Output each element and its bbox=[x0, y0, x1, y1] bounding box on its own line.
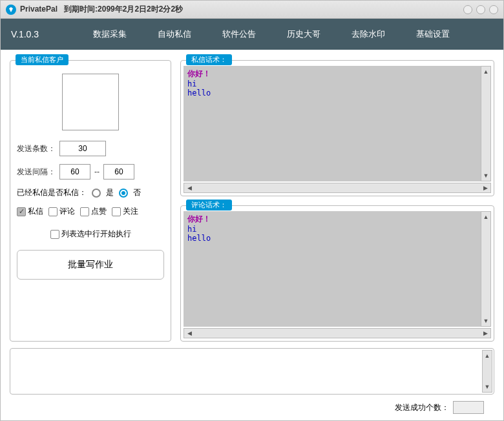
titlebar: PrivatePal 到期时间:2099年2月2日2时2分2秒 bbox=[1, 1, 503, 19]
menu-history[interactable]: 历史大哥 bbox=[287, 28, 320, 40]
app-window: PrivatePal 到期时间:2099年2月2日2时2分2秒 V.1.0.3 … bbox=[0, 0, 504, 421]
interval-max-input[interactable] bbox=[103, 164, 134, 180]
dm-vertical-scrollbar[interactable]: ▲ ▼ bbox=[481, 66, 491, 181]
interval-min-input[interactable] bbox=[59, 164, 90, 180]
footer: 发送成功个数： bbox=[10, 401, 494, 414]
selected-row-label: 列表选中行开始执行 bbox=[61, 229, 131, 240]
menubar: V.1.0.3 数据采集 自动私信 软件公告 历史大哥 去除水印 基础设置 bbox=[1, 19, 503, 50]
follow-checkbox-label: 关注 bbox=[123, 206, 138, 217]
scroll-right-icon[interactable]: ▶ bbox=[480, 183, 490, 192]
comment-script-label: 评论话术： bbox=[186, 200, 232, 211]
avatar-box bbox=[62, 74, 119, 130]
send-count-label: 发送条数： bbox=[17, 143, 56, 154]
dm-horizontal-scrollbar[interactable]: ◀ ▶ bbox=[184, 183, 491, 193]
already-no-text: 否 bbox=[133, 187, 141, 198]
already-dm-label: 已经私信是否私信： bbox=[17, 187, 87, 198]
scroll-down-icon[interactable]: ▼ bbox=[483, 382, 492, 392]
log-box[interactable]: ▲ ▼ bbox=[10, 348, 494, 395]
dm-script-label: 私信话术： bbox=[186, 54, 232, 65]
interval-sep: -- bbox=[94, 167, 100, 176]
app-title: PrivatePal 到期时间:2099年2月2日2时2分2秒 bbox=[20, 4, 183, 15]
comment-vertical-scrollbar[interactable]: ▲ ▼ bbox=[481, 211, 491, 327]
scroll-right-icon[interactable]: ▶ bbox=[480, 329, 490, 338]
content-area: 当前私信客户 发送条数： 发送间隔： -- 已经私信是否私信： 是 bbox=[1, 50, 503, 420]
dm-checkbox-label: 私信 bbox=[28, 206, 43, 217]
send-interval-label: 发送间隔： bbox=[17, 167, 56, 178]
close-button[interactable] bbox=[489, 5, 498, 14]
scroll-down-icon[interactable]: ▼ bbox=[481, 316, 490, 326]
comment-script-textarea[interactable]: 你好！ hi hello bbox=[184, 211, 491, 327]
already-yes-radio[interactable] bbox=[92, 189, 101, 198]
log-vertical-scrollbar[interactable]: ▲ ▼ bbox=[482, 350, 492, 393]
right-panel: 私信话术： 你好！ hi hello ▲ ▼ ◀ ▶ bbox=[180, 60, 494, 342]
already-no-radio[interactable] bbox=[119, 189, 128, 198]
dm-script-box: 私信话术： 你好！ hi hello ▲ ▼ ◀ ▶ bbox=[180, 60, 494, 196]
like-checkbox-label: 点赞 bbox=[91, 206, 107, 217]
comment-horizontal-scrollbar[interactable]: ◀ ▶ bbox=[184, 328, 491, 338]
scroll-up-icon[interactable]: ▲ bbox=[483, 351, 492, 361]
scroll-left-icon[interactable]: ◀ bbox=[184, 183, 194, 192]
menu-auto-dm[interactable]: 自动私信 bbox=[158, 28, 191, 40]
already-yes-text: 是 bbox=[106, 187, 114, 198]
menu-data-collect[interactable]: 数据采集 bbox=[93, 28, 127, 40]
comment-checkbox[interactable] bbox=[48, 207, 58, 216]
success-count-label: 发送成功个数： bbox=[395, 402, 449, 413]
current-client-label: 当前私信客户 bbox=[16, 54, 68, 65]
send-count-input[interactable] bbox=[59, 141, 106, 156]
scroll-down-icon[interactable]: ▼ bbox=[481, 170, 490, 181]
scroll-left-icon[interactable]: ◀ bbox=[184, 329, 194, 338]
like-checkbox[interactable] bbox=[80, 207, 89, 216]
comment-checkbox-label: 评论 bbox=[59, 206, 75, 217]
comment-script-box: 评论话术： 你好！ hi hello ▲ ▼ ◀ ▶ bbox=[180, 205, 494, 342]
minimize-button[interactable] bbox=[463, 5, 472, 14]
version-label: V.1.0.3 bbox=[11, 29, 39, 39]
batch-write-button[interactable]: 批量写作业 bbox=[17, 250, 164, 280]
left-panel: 当前私信客户 发送条数： 发送间隔： -- 已经私信是否私信： 是 bbox=[10, 60, 171, 342]
menu-remove-watermark[interactable]: 去除水印 bbox=[352, 28, 385, 40]
selected-row-checkbox[interactable] bbox=[50, 230, 59, 239]
menu-announcement[interactable]: 软件公告 bbox=[222, 28, 256, 40]
menu-basic-settings[interactable]: 基础设置 bbox=[416, 28, 450, 40]
dm-checkbox[interactable] bbox=[17, 207, 26, 216]
scroll-up-icon[interactable]: ▲ bbox=[481, 67, 490, 77]
maximize-button[interactable] bbox=[476, 5, 485, 14]
scroll-up-icon[interactable]: ▲ bbox=[481, 212, 490, 222]
follow-checkbox[interactable] bbox=[112, 207, 121, 216]
dm-script-textarea[interactable]: 你好！ hi hello bbox=[184, 66, 491, 181]
success-count-value bbox=[453, 401, 484, 414]
app-logo-icon bbox=[6, 5, 16, 15]
